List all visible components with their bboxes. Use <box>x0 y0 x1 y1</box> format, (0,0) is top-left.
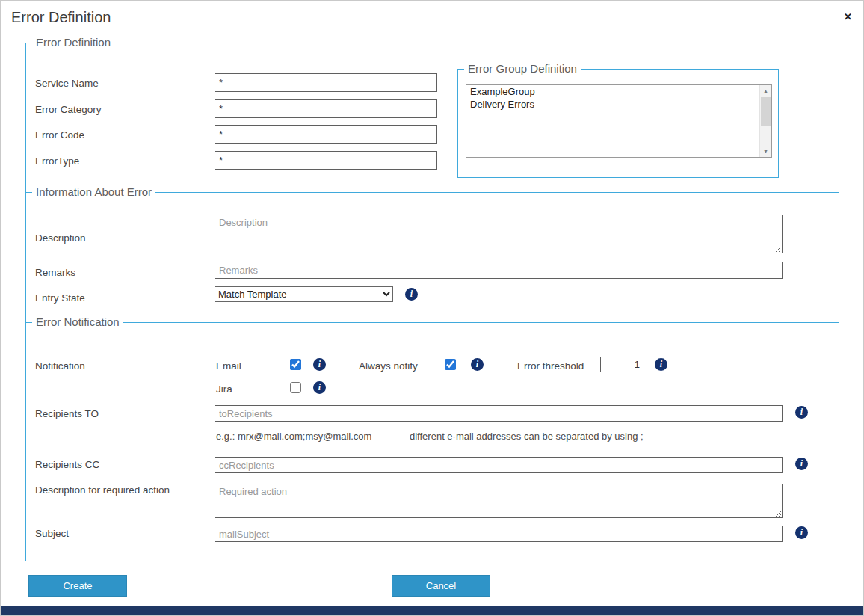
scroll-up-icon[interactable] <box>760 85 771 96</box>
description-textarea[interactable] <box>215 215 783 253</box>
jira-label: Jira <box>216 384 232 395</box>
error-threshold-info-icon[interactable] <box>655 358 667 371</box>
error-category-input[interactable] <box>215 99 437 118</box>
scroll-down-icon[interactable] <box>760 146 771 157</box>
scroll-thumb[interactable] <box>761 97 771 126</box>
subject-label: Subject <box>35 528 69 539</box>
error-group-listbox[interactable]: ExampleGroup Delivery Errors <box>466 84 772 158</box>
recipients-to-label: Recipients TO <box>35 408 99 419</box>
create-button[interactable]: Create <box>28 575 127 597</box>
error-threshold-input[interactable] <box>600 357 644 372</box>
required-action-textarea[interactable] <box>215 484 783 518</box>
error-definition-legend: Error Definition <box>32 36 114 49</box>
notification-label: Notification <box>35 360 85 372</box>
error-threshold-label: Error threshold <box>517 360 584 372</box>
information-about-error-legend: Information About Error <box>32 185 155 198</box>
page-title: Error Definition <box>11 9 111 26</box>
recipients-cc-info-icon[interactable] <box>795 458 808 470</box>
error-code-input[interactable] <box>215 125 437 144</box>
error-definition-dialog: Error Definition ✕ Error Definition Serv… <box>0 0 864 616</box>
entry-state-info-icon[interactable] <box>405 288 418 301</box>
always-notify-label: Always notify <box>359 360 418 372</box>
error-notification-legend: Error Notification <box>32 315 123 328</box>
always-notify-info-icon[interactable] <box>471 358 484 371</box>
remarks-input[interactable] <box>215 262 783 279</box>
service-name-label: Service Name <box>35 78 99 89</box>
jira-info-icon[interactable] <box>313 381 326 394</box>
bottom-bar <box>1 606 863 615</box>
error-definition-fieldset: Error Definition Service Name Error Cate… <box>25 43 839 561</box>
jira-checkbox[interactable] <box>290 382 301 393</box>
required-action-label: Description for required action <box>35 484 170 496</box>
remarks-label: Remarks <box>35 267 75 278</box>
error-group-fieldset: Error Group Definition ExampleGroup Deli… <box>457 69 779 178</box>
recipients-cc-input[interactable] <box>215 457 783 473</box>
email-separator-hint: different e-mail addresses can be separa… <box>410 431 644 442</box>
error-code-label: Error Code <box>35 129 84 141</box>
close-icon[interactable]: ✕ <box>844 12 852 22</box>
subject-info-icon[interactable] <box>795 526 808 539</box>
error-group-legend: Error Group Definition <box>464 62 581 75</box>
always-notify-checkbox[interactable] <box>445 359 456 370</box>
email-info-icon[interactable] <box>313 358 326 371</box>
subject-input[interactable] <box>215 526 783 542</box>
description-label: Description <box>35 232 86 244</box>
email-example-hint: e.g.: mrx@mail.com;msy@mail.com <box>216 431 371 442</box>
error-category-label: Error Category <box>35 104 102 115</box>
cancel-button[interactable]: Cancel <box>392 575 490 597</box>
entry-state-label: Entry State <box>35 292 85 304</box>
recipients-to-input[interactable] <box>215 405 783 422</box>
error-type-label: ErrorType <box>35 155 79 167</box>
email-checkbox[interactable] <box>290 359 301 370</box>
error-group-option[interactable]: Delivery Errors <box>466 98 759 111</box>
information-about-error-section: Information About Error <box>26 192 839 193</box>
error-group-options: ExampleGroup Delivery Errors <box>466 85 759 157</box>
error-type-input[interactable] <box>215 151 437 170</box>
scrollbar[interactable] <box>759 85 771 157</box>
service-name-input[interactable] <box>215 73 437 92</box>
recipients-to-info-icon[interactable] <box>795 406 808 419</box>
error-notification-section: Error Notification <box>26 322 839 323</box>
error-group-option[interactable]: ExampleGroup <box>466 85 759 98</box>
entry-state-select[interactable]: Match Template <box>215 286 393 302</box>
recipients-cc-label: Recipients CC <box>35 459 99 470</box>
email-label: Email <box>216 360 241 372</box>
